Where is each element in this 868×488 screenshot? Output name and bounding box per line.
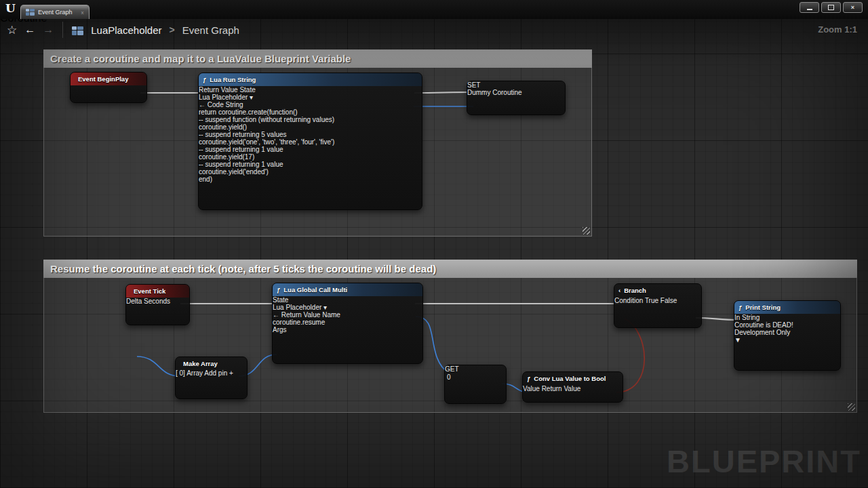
- function-icon: ƒ: [277, 286, 280, 293]
- return-value-label: Return Value: [199, 86, 238, 94]
- comment-header[interactable]: Create a coroutine and map it to a LuaVa…: [43, 49, 592, 68]
- index-input[interactable]: 0: [445, 373, 506, 382]
- minimize-button[interactable]: [800, 2, 819, 13]
- blueprint-editor-window: BLUEPRINT Create a coroutine and map it …: [0, 0, 868, 488]
- node-title: Lua Run String: [210, 76, 256, 83]
- node-title: Conv Lua Value to Bool: [534, 375, 606, 382]
- comment-resize-handle[interactable]: [583, 227, 590, 235]
- graph-toolbar: ☆ ← → LuaPlaceholder > Event Graph: [0, 19, 481, 41]
- blueprint-icon: [26, 8, 35, 16]
- maximize-icon: [828, 5, 834, 10]
- close-button[interactable]: ×: [843, 2, 863, 13]
- return-value-label: Return Value: [281, 311, 321, 319]
- reset-to-default-icon[interactable]: ←: [273, 311, 279, 319]
- node-event-beginplay[interactable]: Event BeginPlay: [70, 72, 147, 103]
- true-label: True: [645, 297, 658, 304]
- maximize-button[interactable]: [821, 2, 841, 13]
- add-pin-button[interactable]: +: [229, 369, 233, 377]
- function-icon: ƒ: [527, 375, 530, 382]
- add-pin-label: Add pin: [204, 369, 227, 377]
- delta-seconds-label: Delta Seconds: [126, 298, 170, 305]
- titlebar: U Event Graph x ×: [0, 0, 868, 19]
- node-branch[interactable]: ‹ Branch Condition True False: [614, 283, 702, 328]
- blueprint-watermark: BLUEPRINT: [667, 443, 861, 480]
- node-title: Event BeginPlay: [78, 75, 128, 83]
- node-print-string[interactable]: ƒ Print String In String Coroutine is DE…: [734, 300, 841, 371]
- name-input[interactable]: coroutine.resume: [273, 319, 422, 326]
- function-icon: ƒ: [738, 304, 742, 311]
- node-lua-run-string[interactable]: ƒ Lua Run String Return Value State Lua …: [198, 73, 422, 210]
- state-dropdown[interactable]: Lua Placeholder ▾: [199, 94, 422, 101]
- breadcrumb-current: Event Graph: [182, 24, 239, 36]
- node-title: Event Tick: [134, 287, 165, 295]
- comment-header[interactable]: Resume the coroutine at each tick (note,…: [43, 260, 857, 278]
- variable-label: Dummy Coroutine: [467, 89, 522, 96]
- breadcrumb-root[interactable]: LuaPlaceholder: [91, 24, 161, 36]
- state-label: State: [273, 296, 288, 304]
- chevron-down-icon: ▾: [250, 94, 253, 101]
- node-title: Make Array: [183, 360, 218, 367]
- toolbar-separator: [62, 22, 63, 38]
- state-label: State: [239, 86, 255, 94]
- node-array-get[interactable]: GET 0: [444, 365, 507, 404]
- return-value-label: Return Value: [542, 385, 581, 392]
- tab-label: Event Graph: [38, 9, 73, 16]
- value-label: Value: [523, 385, 540, 392]
- development-only-banner: Development Only: [734, 329, 840, 336]
- unreal-logo: U: [5, 1, 16, 15]
- minimize-icon: [807, 9, 812, 10]
- node-event-tick[interactable]: Event Tick Delta Seconds: [125, 284, 190, 325]
- back-button[interactable]: ←: [24, 24, 35, 35]
- array-out-label: Array: [186, 369, 203, 377]
- tab-close-icon[interactable]: x: [81, 9, 84, 16]
- node-title: Branch: [624, 287, 646, 294]
- forward-button[interactable]: →: [43, 24, 54, 35]
- code-string-label: Code String: [208, 101, 243, 108]
- tab-event-graph[interactable]: Event Graph x: [20, 5, 90, 19]
- in-string-label: In String: [734, 314, 760, 321]
- function-icon: ƒ: [203, 76, 206, 83]
- expand-node-button[interactable]: ▼: [734, 336, 741, 344]
- args-label: Args: [273, 326, 287, 333]
- chevron-down-icon: ▾: [323, 304, 327, 311]
- code-string-input[interactable]: return coroutine.create(function() -- su…: [199, 108, 339, 180]
- zoom-level-label: Zoom 1:1: [818, 24, 857, 35]
- node-lua-global-call-multi[interactable]: ƒ Lua Global Call Multi State Lua Placeh…: [272, 283, 423, 364]
- node-make-array[interactable]: Make Array [ 0] Array Add pin +: [175, 357, 248, 399]
- wire-exec-luarunstring-to-set[interactable]: [414, 92, 473, 93]
- comment-resize-handle[interactable]: [848, 403, 855, 411]
- node-title: Lua Global Call Multi: [283, 286, 347, 293]
- blueprint-icon: [72, 25, 83, 35]
- graph-canvas[interactable]: BLUEPRINT Create a coroutine and map it …: [0, 0, 868, 488]
- false-label: False: [660, 297, 677, 304]
- breadcrumb-separator: >: [170, 24, 175, 35]
- node-title: Print String: [745, 304, 781, 311]
- element-0-label: [ 0]: [176, 369, 185, 377]
- node-title: GET: [445, 365, 506, 373]
- favorite-star-icon[interactable]: ☆: [7, 24, 17, 36]
- state-dropdown[interactable]: Lua Placeholder ▾: [273, 304, 422, 311]
- node-set-dummy-coroutine[interactable]: SET Dummy Coroutine: [467, 81, 566, 115]
- in-string-input[interactable]: Coroutine is DEAD!: [734, 321, 840, 329]
- reset-to-default-icon[interactable]: ←: [199, 101, 205, 108]
- node-title: SET: [467, 81, 565, 89]
- branch-icon: ‹: [618, 287, 620, 294]
- condition-label: Condition: [614, 297, 643, 304]
- node-conv-lua-value-to-bool[interactable]: ƒ Conv Lua Value to Bool Value Return Va…: [522, 371, 623, 403]
- name-label: Name: [322, 311, 340, 319]
